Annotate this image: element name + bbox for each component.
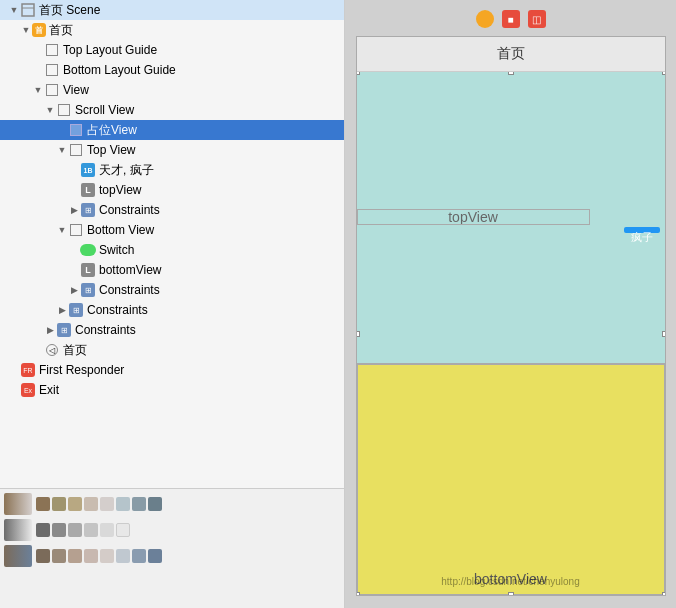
tiancai-label: 天才, 疯子 xyxy=(99,162,154,179)
swatch-dot[interactable] xyxy=(36,523,50,537)
swatch-dot[interactable] xyxy=(68,497,82,511)
swatch-dot[interactable] xyxy=(100,549,114,563)
swatch-dot[interactable] xyxy=(132,497,146,511)
tree-item-constraints4[interactable]: ▶ ⊞ Constraints xyxy=(0,320,344,340)
shouye-icon: 首 xyxy=(32,23,46,37)
right-panel: ■ ◫ 首页 xyxy=(345,0,676,608)
constraints3-icon: ⊞ xyxy=(68,302,84,318)
bottom-view-label-tree: Bottom View xyxy=(87,223,154,237)
swatch-dot[interactable] xyxy=(36,549,50,563)
toolbar-icon-exit-btn[interactable]: ◫ xyxy=(528,10,546,28)
arrow-scene: ▼ xyxy=(8,5,20,15)
scroll-view-icon xyxy=(56,102,72,118)
left-panel: ▼ 首页 Scene ▼ 首 首页 Top Layout Guide xyxy=(0,0,345,608)
arrow-shouye: ▼ xyxy=(20,25,32,35)
swatch-dot[interactable] xyxy=(36,497,50,511)
tree-item-top-view[interactable]: ▼ Top View xyxy=(0,140,344,160)
swatch-dot[interactable] xyxy=(52,497,66,511)
tree-item-exit[interactable]: Ex Exit xyxy=(0,380,344,400)
swatch-row-1 xyxy=(4,493,340,515)
crazy-badge: 疯子 xyxy=(624,227,660,233)
tree-item-tiancai[interactable]: 1B 天才, 疯子 xyxy=(0,160,344,180)
top-layout-label: Top Layout Guide xyxy=(63,43,157,57)
view-icon xyxy=(44,82,60,98)
constraints4-label: Constraints xyxy=(75,323,136,337)
switch-label: Switch xyxy=(99,243,134,257)
tree-item-bottom-view[interactable]: ▼ Bottom View xyxy=(0,220,344,240)
tree-item-first-responder[interactable]: FR First Responder xyxy=(0,360,344,380)
top-view-canvas: topView 疯子 xyxy=(357,72,665,363)
toolbar-icon-circle[interactable] xyxy=(476,10,494,28)
constraints2-label: Constraints xyxy=(99,283,160,297)
bottom-layout-icon xyxy=(44,62,60,78)
tree-item-scene[interactable]: ▼ 首页 Scene xyxy=(0,0,344,20)
swatch-dot[interactable] xyxy=(100,497,114,511)
tree-item-topview-label[interactable]: L topView xyxy=(0,180,344,200)
tree-item-view[interactable]: ▼ View xyxy=(0,80,344,100)
arrow-scroll-view: ▼ xyxy=(44,105,56,115)
bottom-view-canvas: bottomView http://blog.csdn.net/chenyulo… xyxy=(357,364,665,595)
constraints2-icon: ⊞ xyxy=(80,282,96,298)
swatch-thumb-2 xyxy=(4,519,32,541)
phone-header: 首页 xyxy=(357,37,665,72)
shouye-label: 首页 xyxy=(49,22,73,39)
swatch-dot[interactable] xyxy=(84,549,98,563)
tree-item-shouye-ref[interactable]: ◁ 首页 xyxy=(0,340,344,360)
swatch-dot[interactable] xyxy=(116,497,130,511)
phone-title: 首页 xyxy=(497,45,525,61)
tree-item-switch[interactable]: Switch xyxy=(0,240,344,260)
topview-label-text: topView xyxy=(99,183,141,197)
shouye-ref-icon: ◁ xyxy=(44,342,60,358)
zhanwei-icon xyxy=(68,122,84,138)
constraints3-label: Constraints xyxy=(87,303,148,317)
tree-item-bottomview-label[interactable]: L bottomView xyxy=(0,260,344,280)
tree-area[interactable]: ▼ 首页 Scene ▼ 首 首页 Top Layout Guide xyxy=(0,0,344,488)
scene-icon xyxy=(20,2,36,18)
swatch-dot[interactable] xyxy=(68,549,82,563)
swatch-dot[interactable] xyxy=(148,549,162,563)
tiancai-icon: 1B xyxy=(80,162,96,178)
swatch-dot[interactable] xyxy=(68,523,82,537)
bottomview-label-text: bottomView xyxy=(99,263,161,277)
top-view-canvas-label: topView xyxy=(448,209,498,225)
arrow-constraints1: ▶ xyxy=(68,205,80,215)
tree-item-constraints2[interactable]: ▶ ⊞ Constraints xyxy=(0,280,344,300)
swatch-row-2 xyxy=(4,519,340,541)
arrow-constraints3: ▶ xyxy=(56,305,68,315)
phone-frame: 首页 topView xyxy=(356,36,666,596)
swatch-dot[interactable] xyxy=(148,497,162,511)
tree-item-constraints1[interactable]: ▶ ⊞ Constraints xyxy=(0,200,344,220)
tree-item-scroll-view[interactable]: ▼ Scroll View xyxy=(0,100,344,120)
swatch-thumb-1 xyxy=(4,493,32,515)
top-view-label-tree: Top View xyxy=(87,143,135,157)
tree-item-constraints3[interactable]: ▶ ⊞ Constraints xyxy=(0,300,344,320)
toolbar-icon-square[interactable]: ■ xyxy=(502,10,520,28)
swatch-dot[interactable] xyxy=(132,549,146,563)
swatch-dot[interactable] xyxy=(84,497,98,511)
tree-item-zhanwei[interactable]: 占位View xyxy=(0,120,344,140)
first-responder-icon: FR xyxy=(20,362,36,378)
swatch-dot[interactable] xyxy=(52,523,66,537)
watermark: http://blog.csdn.net/chenyulong xyxy=(441,576,579,587)
swatch-dot[interactable] xyxy=(52,549,66,563)
view-label: View xyxy=(63,83,89,97)
swatch-dot[interactable] xyxy=(116,549,130,563)
tree-item-bottom-layout[interactable]: Bottom Layout Guide xyxy=(0,60,344,80)
swatch-dot[interactable] xyxy=(84,523,98,537)
exit-label: Exit xyxy=(39,383,59,397)
switch-icon xyxy=(80,242,96,258)
swatch-thumb-3 xyxy=(4,545,32,567)
scene-label: 首页 Scene xyxy=(39,2,100,19)
swatches-area xyxy=(0,488,344,608)
swatch-colors-1 xyxy=(36,497,162,511)
zhanwei-label: 占位View xyxy=(87,122,137,139)
topview-label-icon: L xyxy=(80,182,96,198)
swatch-colors-3 xyxy=(36,549,162,563)
constraints4-icon: ⊞ xyxy=(56,322,72,338)
swatch-dot[interactable] xyxy=(100,523,114,537)
bottom-layout-label: Bottom Layout Guide xyxy=(63,63,176,77)
tree-item-top-layout[interactable]: Top Layout Guide xyxy=(0,40,344,60)
tree-item-shouye[interactable]: ▼ 首 首页 xyxy=(0,20,344,40)
arrow-bottom-view: ▼ xyxy=(56,225,68,235)
swatch-dot[interactable] xyxy=(116,523,130,537)
